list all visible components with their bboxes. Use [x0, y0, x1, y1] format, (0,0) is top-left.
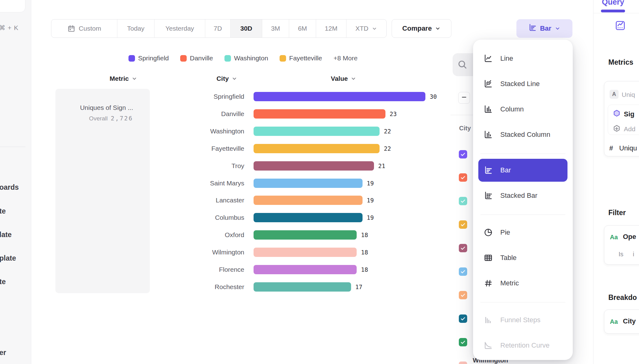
- filter-value-text: i: [633, 251, 634, 258]
- bar[interactable]: [254, 161, 374, 171]
- add-event-icon[interactable]: [612, 124, 621, 134]
- menu-item-label: Bar: [500, 166, 511, 174]
- menu-item-stacked-column[interactable]: Stacked Column: [473, 122, 573, 147]
- value-column-header[interactable]: Value: [331, 74, 357, 83]
- sidebar-divider: [0, 147, 25, 147]
- legend-label: Fayetteville: [289, 54, 322, 62]
- metric-header-label: Metric: [110, 75, 129, 82]
- event-hexagon-icon: [612, 109, 621, 119]
- date-range-6m[interactable]: 6M: [289, 20, 316, 37]
- date-range-group: CustomTodayYesterday7D30D3M6M12MXTD: [51, 19, 387, 38]
- sidebar-item-fragment[interactable]: te: [0, 207, 6, 215]
- menu-item-pie[interactable]: Pie: [473, 220, 573, 245]
- city-checkbox[interactable]: [459, 338, 467, 346]
- date-range-label: Yesterday: [165, 25, 194, 32]
- menu-item-table[interactable]: Table: [473, 245, 573, 271]
- legend-more-link[interactable]: +8 More: [333, 54, 358, 62]
- chart-type-button[interactable]: Bar: [516, 19, 572, 38]
- menu-item-label: Stacked Column: [500, 131, 550, 139]
- menu-item-stacked-line[interactable]: Stacked Line: [473, 71, 573, 97]
- bar[interactable]: [254, 144, 380, 153]
- menu-divider: [480, 302, 565, 302]
- menu-item-label: Stacked Line: [500, 80, 540, 88]
- breakdown-field-text: City: [623, 317, 636, 325]
- legend-item[interactable]: Fayetteville: [280, 54, 322, 62]
- bar-category-label: Danville: [56, 110, 244, 118]
- string-type-badge: Aa: [610, 318, 618, 325]
- legend-item[interactable]: Springfield: [128, 54, 169, 62]
- date-range-7d[interactable]: 7D: [205, 20, 231, 37]
- date-range-12m[interactable]: 12M: [316, 20, 346, 37]
- menu-item-label: Column: [500, 105, 524, 113]
- city-checkbox[interactable]: [459, 220, 467, 229]
- bar-category-label: Oxford: [56, 231, 244, 239]
- bar-chart-icon: [484, 166, 493, 175]
- city-checkbox[interactable]: [459, 244, 467, 252]
- city-checkbox[interactable]: [459, 362, 467, 364]
- metric-card[interactable]: Uniques of Sign ... Overall2,726: [55, 89, 150, 293]
- bar-category-label: Fayetteville: [56, 145, 244, 152]
- bar-row: Springfield30: [56, 92, 437, 101]
- legend-item[interactable]: Washington: [224, 54, 268, 62]
- menu-item-metric[interactable]: Metric: [473, 271, 573, 296]
- date-range-xtd[interactable]: XTD: [346, 20, 386, 37]
- menu-item-bar[interactable]: Bar: [478, 159, 567, 182]
- bar-value-label: 19: [367, 214, 374, 221]
- menu-item-column[interactable]: Column: [473, 97, 573, 122]
- metric-column-header[interactable]: Metric: [110, 74, 137, 83]
- date-range-label: 6M: [298, 25, 307, 32]
- chart-type-label: Bar: [540, 24, 551, 32]
- event-card[interactable]: Sig Add: [608, 105, 639, 135]
- sidebar-search-box[interactable]: [0, 0, 25, 12]
- city-checkbox[interactable]: [459, 314, 467, 323]
- bar[interactable]: [254, 230, 357, 240]
- city-checkbox[interactable]: [459, 291, 467, 299]
- sidebar-item-fragment[interactable]: plate: [0, 254, 16, 262]
- filter-card[interactable]: Aa Ope Is i: [604, 225, 639, 265]
- bar[interactable]: [254, 179, 363, 188]
- menu-item-funnel-steps: Funnel Steps: [473, 307, 573, 333]
- date-range-custom[interactable]: Custom: [51, 20, 117, 37]
- bar-value-label: 18: [361, 249, 368, 256]
- legend-item[interactable]: Danville: [180, 54, 213, 62]
- panel-divider: [593, 13, 639, 13]
- sidebar-item-fragment[interactable]: te: [0, 277, 6, 286]
- sidebar-item-fragment[interactable]: late: [0, 230, 12, 239]
- date-range-3m[interactable]: 3M: [262, 20, 289, 37]
- bar[interactable]: [254, 282, 351, 292]
- bar-category-label: Lancaster: [56, 197, 244, 204]
- calendar-icon: [67, 24, 76, 33]
- bar[interactable]: [254, 196, 363, 205]
- sidebar-item-fragment[interactable]: oards: [0, 183, 19, 192]
- breakdown-card[interactable]: Aa City: [604, 310, 639, 334]
- menu-item-line[interactable]: Line: [473, 46, 573, 71]
- bar-category-label: Florence: [56, 266, 244, 273]
- bar[interactable]: [254, 248, 357, 257]
- compare-button[interactable]: Compare: [392, 19, 451, 38]
- city-checkbox[interactable]: [459, 150, 467, 158]
- filter-operator-text[interactable]: Is: [619, 251, 624, 258]
- chart-legend: SpringfieldDanvilleWashingtonFayettevill…: [128, 53, 358, 63]
- tab-query[interactable]: Query: [602, 0, 624, 6]
- metrics-heading: Metrics: [608, 58, 633, 67]
- bar-row: Washington22: [56, 127, 391, 136]
- bar[interactable]: [254, 109, 385, 119]
- bar[interactable]: [254, 92, 425, 101]
- bar[interactable]: [254, 213, 363, 222]
- date-range-30d[interactable]: 30D: [231, 20, 262, 37]
- metrics-card[interactable]: A Uniq Sig Add # Uniqu: [604, 81, 639, 156]
- date-range-today[interactable]: Today: [117, 20, 154, 37]
- city-checkbox[interactable]: [459, 197, 467, 205]
- date-range-yesterday[interactable]: Yesterday: [154, 20, 205, 37]
- sidebar-item-fragment[interactable]: er: [0, 348, 6, 357]
- bar[interactable]: [254, 265, 357, 274]
- city-checkbox[interactable]: [459, 267, 467, 276]
- legend-swatch: [128, 55, 135, 62]
- bar[interactable]: [254, 127, 380, 136]
- legend-label: Danville: [190, 54, 213, 62]
- collapse-all-button[interactable]: [458, 92, 470, 104]
- menu-item-stacked-bar[interactable]: Stacked Bar: [473, 183, 573, 208]
- city-column-header[interactable]: City: [216, 74, 237, 83]
- date-range-label: XTD: [355, 25, 368, 32]
- city-checkbox[interactable]: [459, 173, 467, 182]
